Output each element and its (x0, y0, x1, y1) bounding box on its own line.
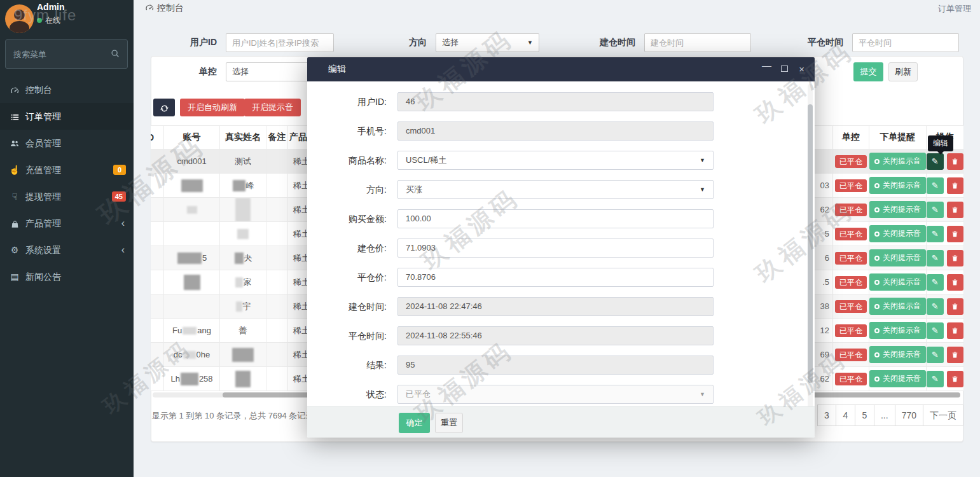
edit-modal-header[interactable]: 编辑 — × (307, 57, 815, 81)
close-sound-button[interactable]: 关闭提示音 (869, 177, 926, 194)
field-select[interactable]: 买涨▼ (397, 180, 714, 199)
table-row[interactable]: 稀土 (151, 198, 309, 222)
page-button[interactable]: 3 (817, 404, 836, 426)
field-input[interactable]: 70.8706 (397, 268, 714, 287)
close-sound-button[interactable]: 关闭提示音 (869, 370, 926, 387)
table-refresh-button[interactable] (153, 99, 175, 116)
sidebar-item-充值管理[interactable]: ☝充值管理0 (0, 156, 134, 183)
table-row[interactable]: 62已平仓关闭提示音✎ (815, 198, 963, 222)
table-row[interactable]: Fuang善稀土 (151, 319, 309, 343)
edit-button[interactable]: ✎ (927, 177, 944, 194)
next-page-button[interactable]: 下一页 (923, 404, 963, 426)
table-row[interactable]: 12已平仓关闭提示音✎ (815, 319, 963, 343)
table-row[interactable]: 5已平仓关闭提示音✎ (815, 222, 963, 246)
field-label: 平仓价: (307, 272, 387, 284)
edit-button[interactable]: ✎ (927, 322, 944, 339)
reset-button[interactable]: 重置 (435, 413, 463, 433)
field-input[interactable]: 100.00 (397, 209, 714, 228)
table-row[interactable]: dc0he稀土 (151, 343, 309, 367)
edit-button[interactable]: ✎ (927, 226, 944, 242)
edit-button[interactable]: ✎ (927, 202, 944, 218)
delete-button[interactable] (947, 322, 964, 339)
sidebar-search-input[interactable] (6, 40, 107, 68)
page-button[interactable]: 5 (855, 404, 874, 426)
filter-user-id: 用户ID (226, 33, 334, 52)
page-button[interactable]: 770 (895, 404, 923, 426)
delete-button[interactable] (947, 226, 964, 242)
modal-scrollbar[interactable] (808, 84, 813, 459)
modal-field-row: 手机号:cmd001 (307, 121, 815, 141)
table-row[interactable]: 38已平仓关闭提示音✎ (815, 294, 963, 319)
table-row[interactable]: .5已平仓关闭提示音✎ (815, 270, 963, 294)
sidebar-item-提现管理[interactable]: ☟提现管理45 (0, 183, 134, 210)
gauge-icon (145, 3, 154, 12)
direction-select[interactable]: 选择▼ (436, 33, 539, 52)
sidebar-item-会员管理[interactable]: 会员管理 (0, 130, 134, 156)
maximize-icon[interactable] (781, 66, 788, 72)
table-row[interactable]: Lh258稀土 (151, 367, 309, 391)
table-row[interactable]: 6已平仓关闭提示音✎ (815, 246, 963, 270)
delete-button[interactable] (947, 371, 964, 387)
sidebar-item-新闻公告[interactable]: ▤新闻公告 (0, 263, 134, 290)
table-row[interactable]: 稀土 (151, 222, 309, 246)
submit-button[interactable]: 提交 (853, 62, 883, 81)
delete-button[interactable] (947, 250, 964, 266)
sidebar-item-控制台[interactable]: 控制台 (0, 76, 134, 103)
cell-product: 稀土 (288, 270, 309, 294)
close-time-input[interactable] (852, 33, 959, 52)
chevron-left-icon: ‹ (121, 210, 125, 237)
scrollbar-thumb[interactable] (808, 104, 813, 383)
sidebar-item-产品管理[interactable]: 产品管理‹ (0, 210, 134, 237)
field-select[interactable]: USCL/稀土▼ (397, 151, 714, 170)
close-sound-button[interactable]: 关闭提示音 (869, 201, 926, 218)
page-button[interactable]: 4 (836, 404, 855, 426)
edit-button[interactable]: ✎ (927, 347, 944, 363)
delete-button[interactable] (947, 202, 964, 218)
table-row[interactable]: 宇稀土 (151, 294, 309, 319)
table-row[interactable]: 62已平仓关闭提示音✎ (815, 367, 963, 391)
user-id-search-input[interactable] (226, 33, 334, 52)
sidebar-item-系统设置[interactable]: ⚙系统设置‹ (0, 237, 134, 263)
field-input[interactable]: 71.0903 (397, 238, 714, 258)
edit-button[interactable]: ✎ (927, 274, 944, 291)
delete-button[interactable] (947, 177, 964, 194)
edit-button[interactable]: ✎ (927, 371, 944, 387)
filter-direction: 方向 选择▼ (436, 33, 539, 52)
close-icon[interactable]: × (799, 63, 804, 76)
delete-button[interactable] (947, 274, 964, 291)
close-sound-button[interactable]: 关闭提示音 (869, 346, 926, 363)
edit-button[interactable]: ✎ (927, 298, 944, 315)
close-sound-button[interactable]: 关闭提示音 (869, 249, 926, 266)
minimize-icon[interactable]: — (762, 59, 771, 72)
close-sound-button[interactable]: 关闭提示音 (869, 153, 926, 170)
field-value: 2024-11-08 22:55:46 (406, 331, 482, 340)
pencil-icon: ✎ (932, 253, 939, 263)
confirm-button[interactable]: 确定 (399, 413, 430, 433)
sound-toggle-button[interactable]: 开启提示音 (244, 99, 301, 116)
delete-button[interactable] (947, 347, 964, 363)
search-icon[interactable] (111, 49, 120, 60)
table-row[interactable]: 69已平仓关闭提示音✎ (815, 343, 963, 367)
avatar[interactable] (5, 4, 34, 33)
close-sound-button[interactable]: 关闭提示音 (869, 298, 926, 315)
page-ellipsis[interactable]: ... (874, 404, 895, 426)
open-time-input[interactable] (644, 33, 751, 52)
table-header-row: ID账号真实姓名备注产品 (151, 125, 309, 149)
table-row[interactable]: 03已平仓关闭提示音✎ (815, 174, 963, 198)
table-row[interactable]: 家稀土 (151, 270, 309, 294)
table-row[interactable]: 峰稀土 (151, 174, 309, 198)
auto-refresh-button[interactable]: 开启自动刷新 (180, 99, 245, 116)
table-row[interactable]: 5夬稀土 (151, 246, 309, 270)
table-row[interactable]: cmd001测试稀土 (151, 149, 309, 174)
refresh-button[interactable]: 刷新 (888, 62, 918, 81)
close-sound-button[interactable]: 关闭提示音 (869, 225, 926, 242)
close-sound-button[interactable]: 关闭提示音 (869, 322, 926, 339)
cell-id (151, 198, 164, 221)
close-sound-button[interactable]: 关闭提示音 (869, 273, 926, 291)
edit-button[interactable]: ✎ (927, 250, 944, 266)
cell-remind: 关闭提示音 (869, 270, 927, 294)
field-select[interactable]: 已平仓▼ (397, 385, 714, 404)
sidebar-item-订单管理[interactable]: 订单管理 (0, 103, 134, 130)
delete-button[interactable] (947, 153, 964, 170)
delete-button[interactable] (947, 298, 964, 315)
